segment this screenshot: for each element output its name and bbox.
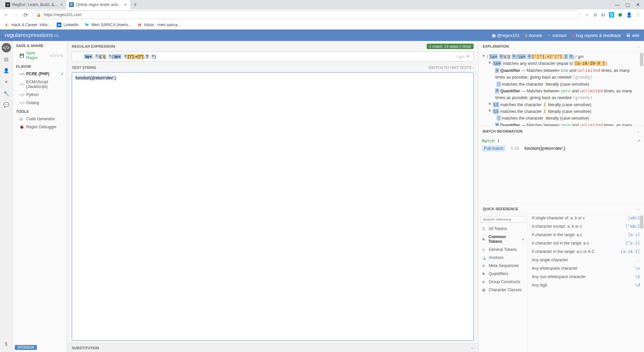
bookmark-1[interactable]: inLinkedIn: [57, 23, 78, 27]
tree-toggle-icon[interactable]: ▼: [488, 60, 491, 65]
chevron-down-icon[interactable]: ⌄: [637, 207, 640, 211]
regex-title: REGULAR EXPRESSION: [72, 44, 115, 48]
browser-tab-0[interactable]: ✳ RegExr: Learn, Build, & Test RegE ×: [3, 0, 66, 9]
qr-item[interactable]: A character except: a, b or c[^abc]: [528, 222, 644, 231]
noscript-icon[interactable]: ⊘: [593, 12, 597, 17]
search-input[interactable]: [481, 216, 525, 223]
chevron-down-icon[interactable]: ⌄: [637, 129, 640, 133]
chevron-down-icon[interactable]: ⌄: [637, 44, 640, 48]
app-header: regularexpressions101 ▣@regex101 $donate…: [0, 30, 644, 41]
bookmark-0[interactable]: ◐Hack 4 Career: Infor...: [5, 23, 51, 27]
qr-item[interactable]: A character in the range: a-z or A-Z[a-z…: [528, 248, 644, 256]
skype-ext-icon[interactable]: S: [609, 12, 614, 17]
qr-category[interactable]: ⚓Anchors: [479, 254, 527, 262]
ext-icon[interactable]: ⬢: [618, 12, 622, 17]
logo[interactable]: regularexpressions101: [5, 32, 59, 39]
header-link-bugs[interactable]: ■bug reports & feedback: [572, 33, 621, 38]
regex-delim: ⋮ /: [75, 54, 82, 59]
tree-toggle-icon[interactable]: ▼: [482, 53, 485, 59]
header-link-twitter[interactable]: ▣@regex101: [492, 33, 520, 38]
logo-text-b: expressions: [22, 32, 53, 38]
tree-toggle-icon[interactable]: ▼: [488, 101, 491, 107]
new-tab-button[interactable]: +: [130, 1, 141, 8]
header-link-donate[interactable]: $donate: [525, 33, 542, 38]
flavor-python[interactable]: </>Python: [13, 91, 67, 99]
test-input[interactable]: function(){return'dev';}: [72, 72, 474, 341]
flavor-golang[interactable]: </>Golang: [13, 99, 67, 107]
section-flavor: FLAVOR: [13, 62, 67, 70]
rail-editor-icon[interactable]: </>: [2, 43, 11, 52]
url-text: https://regex101.com: [44, 12, 82, 17]
qr-item[interactable]: Any non-whitespace character\S: [528, 273, 644, 281]
substitution-header[interactable]: SUBSTITUTION ⌄: [67, 343, 478, 352]
full-match-label: Full match: [482, 145, 505, 151]
rail-library-icon[interactable]: ▤: [2, 54, 11, 64]
minimize-icon[interactable]: —: [615, 2, 620, 7]
close-icon[interactable]: ✕: [636, 2, 640, 7]
regex-input[interactable]: ⋮ / \w+ *\(\) *{\w+ *['|"].+['|"];? *} /…: [72, 52, 474, 61]
explanation-body[interactable]: ▼/ \w+ *\(\) *{\w+ *['|"].+['|"];? *} / …: [479, 51, 644, 126]
tab-close-icon[interactable]: ×: [124, 2, 127, 7]
flavor-pcre[interactable]: </>PCRE (PHP)✓: [13, 70, 67, 78]
header-link-wiki[interactable]: 🏛wiki: [626, 33, 639, 38]
qr-item[interactable]: Any whitespace character\s: [528, 264, 644, 273]
qr-category[interactable]: ☰All Tokens: [479, 225, 527, 233]
tab-close-icon[interactable]: ×: [60, 2, 63, 7]
switch-unit-tests[interactable]: SWITCH TO UNIT TESTS ›: [428, 65, 474, 70]
sponsor-badge[interactable]: SPONSOR: [15, 345, 37, 350]
browser-tab-1[interactable]: R Online regex tester and debugge ×: [66, 0, 130, 9]
star-icon[interactable]: ☆: [585, 12, 589, 17]
header-link-contact[interactable]: ✈contact: [547, 33, 567, 38]
qr-item[interactable]: Any single character.: [528, 256, 644, 264]
bookmark-3[interactable]: MInbox - mert.sarica...: [137, 23, 180, 27]
back-icon[interactable]: ←: [3, 12, 9, 18]
address-bar[interactable]: 🔒 https://regex101.com: [33, 10, 580, 19]
save-regex-button[interactable]: 💾 Save Regex ctrl+s: [13, 49, 67, 62]
logo-text-a: regular: [5, 32, 22, 38]
qr-item[interactable]: A character in the range: a-z[a-z]: [528, 231, 644, 239]
flavor-ecma[interactable]: </>ECMAScript (JavaScript): [13, 78, 67, 91]
rail-quiz-icon[interactable]: ⚭: [2, 77, 11, 87]
rail-settings-icon[interactable]: 🔧: [2, 89, 11, 98]
main-layout: </> ▤ 👤 ⚭ 🔧 💬 $ SAVE & SHARE 💾 Save Rege…: [0, 41, 644, 352]
qr-category[interactable]: ⊙General Tokens: [479, 246, 527, 254]
quick-ref-items[interactable]: A single character of: a, b or c[abc]A c…: [528, 214, 644, 352]
maximize-icon[interactable]: ▢: [626, 2, 630, 7]
export-icon[interactable]: ⇗: [637, 138, 641, 143]
scrollbar[interactable]: [640, 53, 643, 66]
category-icon: ★: [482, 237, 486, 241]
tool-debugger[interactable]: 🐞Regex Debugger: [13, 123, 67, 131]
code-icon: </>: [19, 93, 23, 97]
qr-category[interactable]: ⊛Meta Sequences: [479, 262, 527, 270]
header-links: ▣@regex101 $donate ✈contact ■bug reports…: [492, 33, 639, 38]
menu-icon[interactable]: ⋮: [636, 12, 641, 17]
qr-category[interactable]: ▦Character Classes: [479, 286, 527, 294]
explanation-line: matches the character literally (case se…: [482, 81, 641, 88]
qr-category[interactable]: ⊕Group Constructs: [479, 278, 527, 286]
tree-toggle-icon[interactable]: ▼: [488, 108, 491, 114]
tool-codegen[interactable]: ▤Code Generator: [13, 115, 67, 123]
code-icon: </>: [19, 72, 23, 76]
check-icon: ✓: [61, 72, 64, 76]
explanation-line: + Quantifier — Matches between one and u…: [482, 67, 641, 81]
browser-chrome: ✳ RegExr: Learn, Build, & Test RegE × R …: [0, 0, 644, 30]
reload-icon[interactable]: ⟳: [23, 12, 28, 18]
qr-category[interactable]: ★Common Tokens✓: [479, 233, 527, 246]
qr-item[interactable]: A single character of: a, b or c[abc]: [528, 214, 644, 222]
scrollbar[interactable]: [640, 215, 643, 229]
tab-bar: ✳ RegExr: Learn, Build, & Test RegE × R …: [0, 0, 644, 9]
rail-account-icon[interactable]: 👤: [2, 66, 11, 75]
qr-item[interactable]: Any digit\d: [528, 281, 644, 290]
avatar-icon[interactable]: 👤: [626, 12, 632, 17]
rail-sponsor-icon[interactable]: $: [2, 339, 11, 349]
qr-category[interactable]: ✱Quantifiers: [479, 270, 527, 278]
bookmark-2[interactable]: 🐦Mert SARICA (merts...: [85, 23, 131, 27]
regex-flags[interactable]: / gm ⚑: [456, 54, 470, 59]
rail-chat-icon[interactable]: 💬: [2, 100, 11, 109]
tab-favicon-1: R: [69, 2, 74, 7]
linkedin-ext-icon[interactable]: in: [601, 12, 605, 17]
lock-icon: 🔒: [36, 12, 41, 17]
forward-icon[interactable]: →: [13, 12, 19, 18]
qr-item[interactable]: A character not in the range: a-z[^a-z]: [528, 239, 644, 248]
left-panel: SAVE & SHARE 💾 Save Regex ctrl+s FLAVOR …: [13, 41, 67, 352]
